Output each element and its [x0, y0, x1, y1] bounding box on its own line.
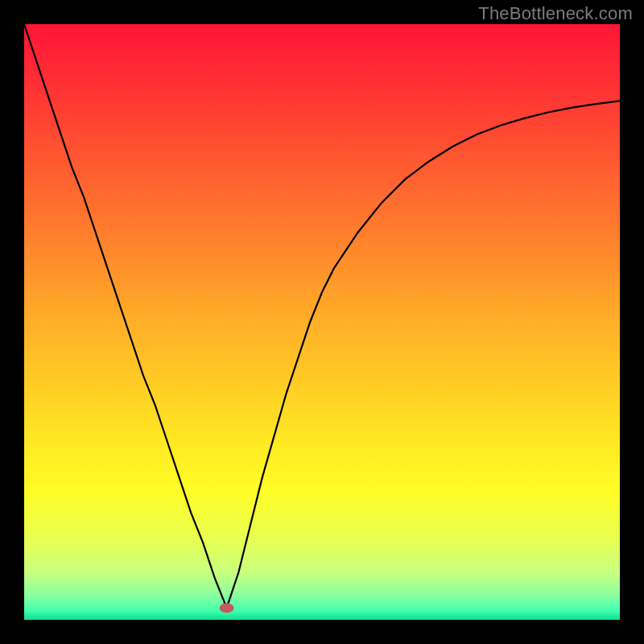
chart-svg	[24, 24, 620, 620]
watermark-text: TheBottleneck.com	[478, 3, 633, 24]
gradient-background	[24, 24, 620, 620]
minimum-marker	[220, 603, 234, 613]
plot-area	[24, 24, 620, 620]
chart-frame: TheBottleneck.com	[0, 0, 644, 644]
